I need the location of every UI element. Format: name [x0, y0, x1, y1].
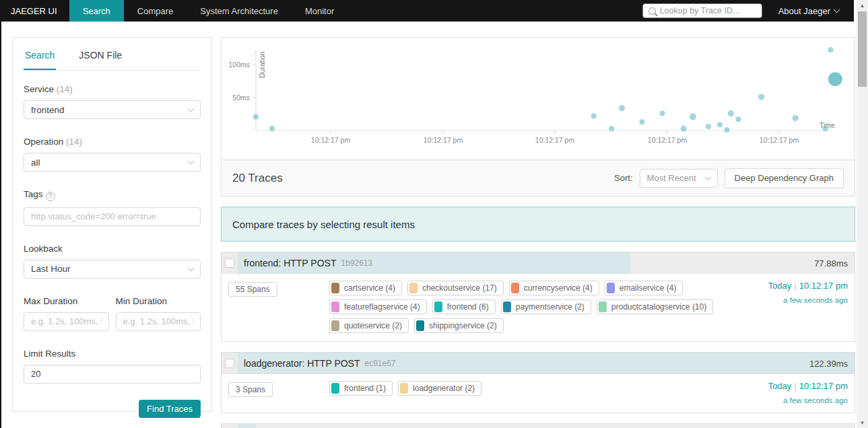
trace-scatter-point[interactable] [793, 115, 799, 121]
svg-text:50ms: 50ms [232, 94, 250, 102]
trace-checkbox[interactable] [225, 359, 234, 368]
svg-text:10:12:17 pm: 10:12:17 pm [648, 136, 688, 144]
about-jaeger-label: About Jaeger [778, 6, 830, 16]
trace-result-card[interactable]: loadgenerator: HTTP POST ec91e67 122.39m… [221, 352, 855, 413]
trace-id: 1b92613 [341, 258, 372, 268]
service-tag: checkoutservice (17) [407, 281, 504, 295]
tab-json-file[interactable]: JSON File [77, 38, 123, 70]
trace-scatter-point[interactable] [591, 113, 597, 118]
trace-scatter-point[interactable] [724, 127, 729, 133]
lookback-select[interactable]: Last Hour [24, 260, 201, 279]
trace-scatter-point[interactable] [681, 126, 687, 132]
service-color-swatch [331, 301, 339, 312]
trace-date: Today|10:12:17 pm [730, 381, 848, 391]
trace-scatter-point[interactable] [706, 124, 711, 129]
trace-scatter-point[interactable] [823, 126, 828, 131]
trace-scatter-point[interactable] [735, 116, 741, 122]
service-color-swatch [607, 283, 615, 293]
service-color-swatch [599, 301, 607, 312]
trace-checkbox[interactable] [225, 258, 234, 268]
trace-scatter-point[interactable] [758, 94, 764, 100]
nav-item-monitor[interactable]: Monitor [292, 0, 347, 22]
service-tag: loadgenerator (2) [398, 381, 481, 396]
scroll-down-icon[interactable]: ▼ [857, 417, 868, 428]
service-color-swatch [331, 320, 339, 331]
svg-text:10:12:17 pm: 10:12:17 pm [424, 136, 463, 144]
sidebar-tabs: Search JSON File [24, 38, 201, 71]
about-jaeger-menu[interactable]: About Jaeger [778, 6, 839, 16]
app-brand: JAEGER UI [0, 0, 69, 22]
duration-scatter-chart: 50ms100msDuration10:12:17 pm10:12:17 pm1… [221, 37, 855, 160]
scroll-up-icon[interactable]: ▲ [857, 0, 868, 11]
operation-select-value: all [31, 157, 40, 168]
trace-title: frontend: HTTP POST [244, 258, 336, 269]
svg-text:10:12:17 pm: 10:12:17 pm [760, 136, 799, 144]
service-tag: productcatalogservice (10) [597, 299, 713, 314]
svg-text:100ms: 100ms [228, 61, 250, 69]
service-color-swatch [331, 283, 339, 293]
trace-scatter-point[interactable] [619, 105, 625, 111]
trace-scatter-point[interactable] [828, 72, 842, 86]
trace-result-card[interactable]: frontend: HTTP POST 1b92613 77.88ms 55 S… [221, 252, 855, 342]
span-count-badge: 55 Spans [228, 282, 277, 297]
service-tag: featureflagservice (4) [329, 299, 427, 314]
scrollbar-thumb[interactable] [858, 11, 867, 87]
trace-scatter-point[interactable] [690, 113, 696, 120]
service-color-swatch [409, 283, 418, 293]
tags-input[interactable] [24, 207, 201, 226]
trace-lookup-box[interactable] [642, 3, 762, 18]
trace-header: frontend: HTTP POST 066341b 3.55ms [222, 424, 855, 428]
nav-item-search[interactable]: Search [69, 0, 124, 22]
limit-results-label: Limit Results [24, 349, 201, 359]
service-color-swatch [416, 320, 424, 331]
svg-text:10:12:17 pm: 10:12:17 pm [311, 136, 351, 144]
sort-label: Sort: [614, 173, 632, 183]
sort-select[interactable]: Most Recent [640, 169, 718, 188]
help-icon[interactable]: ? [46, 192, 55, 201]
trace-scatter-point[interactable] [640, 119, 645, 124]
span-count-badge: 3 Spans [228, 382, 273, 397]
trace-id: ec91e67 [365, 359, 396, 368]
results-header-bar: 20 Traces Sort: Most Recent Deep Depende… [221, 160, 855, 197]
trace-count: 20 Traces [232, 172, 283, 185]
trace-relative-time: a few seconds ago [730, 296, 848, 304]
trace-lookup-input[interactable] [660, 6, 756, 15]
min-duration-input[interactable] [116, 312, 201, 331]
max-duration-input[interactable] [24, 312, 109, 331]
nav-item-compare[interactable]: Compare [124, 0, 187, 22]
chevron-down-icon [188, 106, 195, 112]
service-select[interactable]: frontend [24, 100, 201, 119]
chevron-down-icon [834, 7, 840, 13]
trace-scatter-point[interactable] [728, 110, 734, 116]
tab-search[interactable]: Search [24, 38, 56, 70]
service-tag: shippingservice (2) [414, 318, 504, 333]
window-edge [0, 0, 1, 428]
trace-header: loadgenerator: HTTP POST ec91e67 122.39m… [222, 353, 855, 374]
trace-result-card[interactable]: frontend: HTTP POST 066341b 3.55ms | [221, 423, 855, 428]
service-tags: cartservice (4)checkoutservice (17)curre… [329, 281, 730, 333]
lookback-select-value: Last Hour [31, 264, 71, 274]
trace-scatter-point[interactable] [609, 126, 614, 131]
compare-banner: Compare traces by selecting result items [221, 207, 855, 242]
trace-scatter-point[interactable] [659, 111, 665, 116]
trace-duration: 122.39ms [809, 359, 848, 369]
trace-scatter-point[interactable] [717, 122, 723, 127]
chevron-down-icon [188, 264, 195, 271]
trace-date: Today|10:12:17 pm [730, 281, 848, 291]
service-tag: quoteservice (2) [329, 318, 409, 333]
page-scrollbar[interactable]: ▲ ▼ [857, 0, 868, 428]
service-tag: frontend (6) [432, 299, 496, 314]
nav-item-system-architecture[interactable]: System Architecture [187, 0, 292, 22]
trace-scatter-point[interactable] [253, 114, 259, 119]
tags-label: Tags? [24, 189, 201, 201]
deep-dependency-graph-button[interactable]: Deep Dependency Graph [725, 168, 844, 188]
trace-duration: 77.88ms [814, 258, 848, 269]
svg-text:10:12:17 pm: 10:12:17 pm [535, 136, 575, 144]
trace-scatter-point[interactable] [828, 47, 833, 52]
limit-results-input[interactable] [24, 365, 201, 384]
find-traces-button[interactable]: Find Traces [139, 400, 201, 418]
scatter-plot: 50ms100msDuration10:12:17 pm10:12:17 pm1… [222, 38, 855, 159]
operation-select[interactable]: all [24, 153, 201, 172]
trace-scatter-point[interactable] [269, 126, 275, 131]
trace-body: 3 Spans frontend (1)loadgenerator (2) To… [222, 374, 855, 413]
